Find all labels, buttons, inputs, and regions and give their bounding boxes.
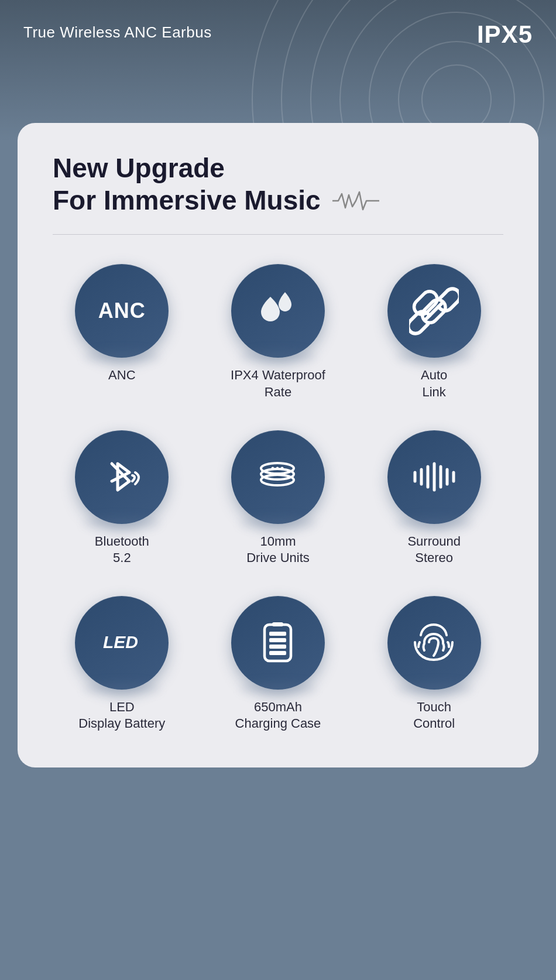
svg-rect-19 [265, 625, 291, 661]
feature-label-led: LEDDisplay Battery [78, 699, 165, 732]
feature-label-touch: TouchControl [413, 699, 455, 732]
feature-circle-charging [231, 596, 325, 690]
feature-circle-autolink [387, 264, 481, 358]
card-title-line1: New Upgrade [53, 152, 503, 184]
link-icon [409, 286, 459, 336]
feature-touch: TouchControl [365, 596, 503, 732]
header-left: True Wireless ANC Earbus [23, 18, 212, 42]
drops-icon [253, 286, 303, 336]
card-title-row2: For Immersive Music [53, 184, 503, 217]
feature-anc: ANC ANC [53, 264, 191, 400]
header-section: True Wireless ANC Earbus IPX5 [0, 0, 556, 141]
header-ipx-label: IPX5 [477, 20, 533, 49]
header-title: True Wireless ANC Earbus [23, 23, 212, 42]
feature-circle-anc: ANC [75, 264, 169, 358]
feature-circle-bluetooth [75, 430, 169, 524]
feature-label-bluetooth: Bluetooth5.2 [95, 533, 149, 567]
feature-circle-waterproof [231, 264, 325, 358]
svg-rect-21 [269, 632, 286, 636]
feature-charging: 650mAhCharging Case [209, 596, 348, 732]
feature-label-autolink: AutoLink [421, 367, 447, 400]
svg-point-10 [281, 467, 284, 470]
anc-icon-text: ANC [98, 299, 146, 323]
driver-icon [253, 452, 303, 502]
bottom-bg [0, 785, 556, 820]
feature-autolink: AutoLink [365, 264, 503, 400]
feature-circle-surround [387, 430, 481, 524]
svg-rect-24 [269, 651, 286, 655]
card-heading: New Upgrade For Immersive Music [53, 152, 503, 235]
card-title-line2: For Immersive Music [53, 184, 321, 217]
svg-point-8 [272, 467, 274, 470]
feature-waterproof: IPX4 WaterproofRate [209, 264, 348, 400]
main-card: New Upgrade For Immersive Music ANC ANC [18, 123, 538, 767]
led-icon: LED [97, 618, 147, 667]
feature-surround: SurroundStereo [365, 430, 503, 567]
feature-label-surround: SurroundStereo [407, 533, 461, 567]
battery-icon [253, 618, 303, 667]
feature-drive: 10mmDrive Units [209, 430, 348, 567]
feature-label-anc: ANC [108, 367, 135, 384]
feature-label-drive: 10mmDrive Units [246, 533, 310, 567]
features-grid: ANC ANC IPX4 WaterproofRate [53, 264, 503, 732]
fingerprint-icon [409, 618, 459, 667]
feature-label-charging: 650mAhCharging Case [235, 699, 321, 732]
feature-circle-led: LED [75, 596, 169, 690]
svg-rect-20 [272, 622, 283, 626]
surround-icon [409, 452, 459, 502]
bluetooth-icon [97, 452, 147, 502]
feature-bluetooth: Bluetooth5.2 [53, 430, 191, 567]
feature-label-waterproof: IPX4 WaterproofRate [231, 367, 325, 400]
svg-rect-23 [269, 645, 286, 649]
svg-point-9 [276, 467, 279, 470]
svg-rect-22 [269, 638, 286, 642]
waveform-icon [332, 189, 379, 213]
svg-text:LED: LED [103, 632, 138, 652]
feature-circle-touch [387, 596, 481, 690]
svg-rect-2 [411, 288, 440, 317]
feature-circle-drive [231, 430, 325, 524]
feature-led: LED LEDDisplay Battery [53, 596, 191, 732]
